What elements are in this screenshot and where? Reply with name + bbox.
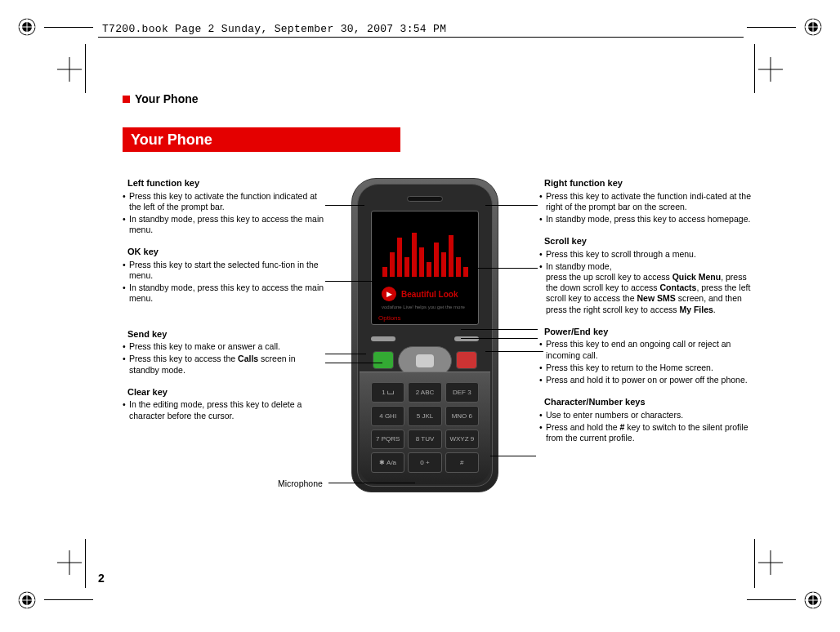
key: DEF 3	[445, 382, 479, 403]
phone-illustration: ▶Beautiful Look vodafone Live! helps you…	[351, 178, 498, 492]
right-function-key-section: Right function key •Press this key to ac…	[539, 178, 752, 225]
left-function-key-section: Left function key •Press this key to act…	[123, 178, 327, 235]
bullet-text: Press this key to start the selected fun…	[129, 260, 327, 281]
heading: Scroll key	[539, 236, 752, 247]
speaker-icon	[407, 196, 443, 202]
key: 2 ABC	[408, 382, 441, 403]
key: 0 +	[408, 452, 441, 473]
ok-button-icon	[416, 354, 434, 367]
power-end-key-section: Power/End key •Press this key to end an …	[539, 327, 752, 385]
bullet-text: Press this key to scroll through a menu.	[546, 249, 752, 260]
char-number-keys-section: Character/Number keys •Use to enter numb…	[539, 397, 752, 443]
bullet-text: Press and hold the # key to switch to th…	[546, 422, 752, 443]
bullet-text: Press this key to make or answer a call.	[129, 341, 327, 352]
key: #	[445, 452, 479, 473]
heading: Clear key	[123, 387, 327, 398]
send-key-icon	[373, 351, 394, 369]
bullet-text: In the editing mode, press this key to d…	[129, 399, 327, 421]
corner-mark-icon	[57, 550, 82, 575]
key: WXYZ 9	[445, 429, 479, 450]
heading: Left function key	[123, 178, 327, 189]
bullet-text: In standby mode,press the up scroll key …	[546, 261, 752, 315]
crop-mark	[754, 44, 755, 93]
key: 8 TUV	[408, 429, 441, 450]
keypad-slide: 1 ⌴ 2 ABC DEF 3 4 GHI 5 JKL MNO 6 7 PQRS…	[360, 372, 490, 484]
scroll-key-section: Scroll key •Press this key to scroll thr…	[539, 236, 752, 315]
bullet-text: Press this key to end an ongoing call or…	[546, 339, 752, 360]
bullet-text: Press this key to activate the function …	[546, 191, 752, 212]
header-rule	[98, 37, 744, 38]
crop-mark	[747, 27, 796, 28]
reg-mark-icon	[804, 18, 822, 36]
crop-mark	[85, 539, 86, 588]
heading: Send key	[123, 329, 327, 340]
heading: Right function key	[539, 178, 752, 189]
softkey-row	[371, 332, 479, 346]
screen-title: Beautiful Look	[401, 290, 458, 299]
equalizer-icon	[382, 228, 468, 277]
reg-mark-icon	[18, 591, 36, 609]
keypad: 1 ⌴ 2 ABC DEF 3 4 GHI 5 JKL MNO 6 7 PQRS…	[371, 382, 479, 473]
bullet-text: Press and hold it to power on or power o…	[546, 375, 752, 385]
title-bar: Your Phone	[123, 127, 400, 152]
bullet-text: Press this key to activate the function …	[129, 191, 327, 212]
page-number: 2	[98, 572, 105, 585]
corner-mark-icon	[758, 550, 783, 575]
bullet-text: In standby mode, press this key to acces…	[129, 214, 327, 235]
right-column: Right function key •Press this key to ac…	[539, 178, 752, 455]
end-key-icon	[456, 351, 477, 369]
screen-left-soft: Options	[378, 314, 401, 322]
heading: Character/Number keys	[539, 397, 752, 408]
bullet-text: Press this key to access the Calls scree…	[129, 354, 327, 375]
key: 7 PQRS	[371, 429, 404, 450]
microphone-label: Microphone	[278, 478, 323, 488]
bullet-text: In standby mode, press this key to acces…	[546, 214, 752, 225]
key: ✱ A/a	[371, 452, 404, 473]
section-label-text: Your Phone	[135, 92, 199, 105]
crop-mark	[747, 599, 796, 600]
section-label: Your Phone	[123, 92, 199, 105]
send-key-section: Send key •Press this key to make or answ…	[123, 329, 327, 376]
reg-mark-icon	[804, 591, 822, 609]
crop-mark	[754, 539, 755, 588]
key: 1 ⌴	[371, 382, 404, 403]
reg-mark-icon	[18, 18, 36, 36]
square-bullet-icon	[123, 96, 130, 103]
play-icon: ▶	[382, 287, 396, 301]
corner-mark-icon	[57, 57, 82, 82]
key: 5 JKL	[408, 406, 441, 426]
screen-subtitle: vodafone Live! helps you get the more	[382, 305, 468, 309]
crop-mark	[44, 27, 93, 28]
page-header: T7200.book Page 2 Sunday, September 30, …	[102, 23, 446, 35]
bullet-text: Use to enter numbers or characters.	[546, 410, 752, 421]
key: MNO 6	[445, 406, 479, 426]
bullet-text: In standby mode, press this key to acces…	[129, 283, 327, 304]
ok-key-section: OK key •Press this key to start the sele…	[123, 247, 327, 304]
heading: OK key	[123, 247, 327, 258]
heading: Power/End key	[539, 327, 752, 338]
left-column: Left function key •Press this key to act…	[123, 178, 327, 433]
crop-mark	[44, 599, 93, 600]
clear-key-section: Clear key •In the editing mode, press th…	[123, 387, 327, 421]
key: 4 GHI	[371, 406, 404, 426]
crop-mark	[85, 44, 86, 93]
bullet-text: Press this key to return to the Home scr…	[546, 363, 752, 373]
corner-mark-icon	[758, 57, 783, 82]
phone-screen: ▶Beautiful Look vodafone Live! helps you…	[371, 211, 479, 325]
content-area: Left function key •Press this key to act…	[123, 178, 744, 505]
